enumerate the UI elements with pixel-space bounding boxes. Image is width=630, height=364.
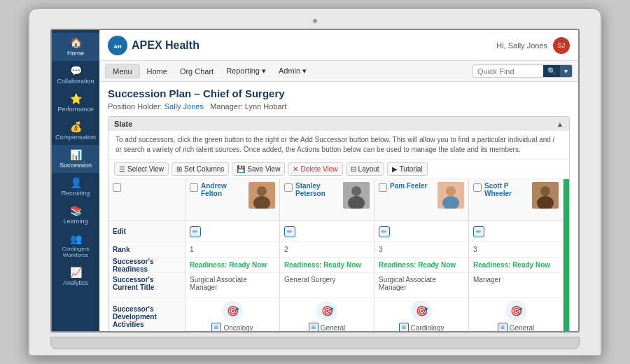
card-rank-2: 3 — [374, 242, 468, 258]
tutorial-btn[interactable]: ▶ Tutorial — [387, 162, 428, 176]
card-checkbox-2[interactable] — [379, 183, 387, 192]
slate-collapse-arrow[interactable]: ▲ — [556, 120, 564, 128]
card-checkbox-1[interactable] — [284, 183, 293, 192]
sidebar: 🏠 Home 💬 Collaboration ⭐ Performance 💰 C… — [52, 30, 99, 331]
sidebar-item-contingent[interactable]: 👥 Contingent Workforce — [52, 229, 99, 262]
select-view-label: Select View — [127, 165, 164, 173]
row-label-header — [108, 179, 185, 221]
delete-view-btn[interactable]: ✕ Delete View — [288, 162, 342, 176]
delete-view-label: Delete View — [300, 165, 337, 173]
delete-view-icon: ✕ — [293, 165, 298, 173]
analytics-icon: 📈 — [70, 267, 82, 278]
save-view-btn[interactable]: 💾 Save View — [232, 162, 285, 176]
slate-instructions: To add successors, click the green butto… — [108, 131, 569, 160]
row-labels-column: Edit Rank Successor's Readiness Successo… — [108, 179, 186, 331]
select-all-checkbox[interactable] — [113, 183, 121, 192]
search-button[interactable]: 🔍 — [543, 65, 560, 77]
card-title-0: Surgical Associate Manager — [186, 273, 279, 298]
card-edit-2: ✏ — [374, 221, 468, 242]
card-readiness-2: Readiness: Ready Now — [374, 258, 468, 273]
card-name-1: Stanley Peterson — [295, 182, 340, 197]
edit-icon-1[interactable]: ✏ — [284, 226, 295, 237]
svg-point-6 — [351, 186, 361, 196]
sidebar-item-succession[interactable]: 📊 Succession — [52, 145, 99, 173]
dev-icon-1: 🎯 — [316, 301, 337, 321]
card-header-0: Andrew Felton — [186, 179, 279, 221]
sidebar-item-label: Learning — [63, 218, 88, 225]
search-input[interactable] — [473, 66, 543, 77]
home-icon: 🏠 — [70, 37, 82, 48]
set-columns-icon: ⊞ — [176, 165, 182, 173]
avatar-1 — [343, 182, 370, 209]
card-title-2: Surgical Associate Manager — [374, 273, 468, 298]
select-view-icon: ☰ — [119, 165, 125, 173]
menu-button[interactable]: Menu — [105, 64, 140, 78]
set-columns-btn[interactable]: ⊞ Set Columns — [172, 162, 229, 176]
card-dev-0: 🎯 ⊞ Oncology — [186, 298, 279, 331]
nav-home[interactable]: Home — [141, 65, 173, 78]
dev-org-2: ⊞ Cardiology — [399, 323, 444, 331]
manager-name: Lynn Hobart — [245, 102, 287, 111]
edit-icon-0[interactable]: ✏ — [190, 226, 201, 237]
card-readiness-0: Readiness: Ready Now — [186, 258, 279, 273]
edit-icon-2[interactable]: ✏ — [379, 226, 390, 237]
edit-icon-3[interactable]: ✏ — [473, 226, 484, 237]
brand-logo: AH — [108, 36, 127, 55]
nav-bar: Menu Home Org Chart Reporting ▾ Admin ▾ … — [99, 61, 578, 82]
card-header-3: Scott P Wheeler — [469, 179, 563, 221]
sidebar-item-label: Contingent Workforce — [55, 246, 97, 258]
sidebar-item-home[interactable]: 🏠 Home — [52, 33, 99, 61]
sidebar-item-learning[interactable]: 📚 Learning — [52, 201, 99, 229]
nav-reporting[interactable]: Reporting ▾ — [220, 64, 272, 78]
position-holder-name[interactable]: Sally Jones — [164, 102, 204, 111]
sidebar-item-performance[interactable]: ⭐ Performance — [52, 89, 99, 117]
card-title-3: Manager — [469, 273, 563, 298]
card-edit-1: ✏ — [280, 221, 374, 242]
laptop-base — [50, 337, 580, 349]
successor-table: Edit Rank Successor's Readiness Successo… — [108, 179, 569, 331]
org-box-0: ⊞ — [211, 323, 221, 331]
dev-org-3: ⊞ General — [498, 323, 535, 331]
card-name-2: Pam Feeler — [390, 182, 435, 190]
layout-btn[interactable]: ⊟ Layout — [346, 162, 384, 176]
search-box: 🔍 ▾ — [472, 64, 573, 78]
set-columns-label: Set Columns — [184, 165, 224, 173]
layout-label: Layout — [358, 165, 379, 173]
card-rank-3: 3 — [469, 242, 563, 258]
header-right: Hi, Sally Jones SJ — [496, 37, 570, 54]
sidebar-item-label: Succession — [59, 162, 92, 169]
org-box-3: ⊞ — [498, 323, 507, 331]
sidebar-item-analytics[interactable]: 📈 Analytics — [52, 262, 99, 290]
collaboration-icon: 💬 — [70, 65, 82, 76]
laptop-shell: 🏠 Home 💬 Collaboration ⭐ Performance 💰 C… — [28, 8, 602, 356]
app-container: 🏠 Home 💬 Collaboration ⭐ Performance 💰 C… — [52, 30, 578, 331]
slate-header: Slate ▲ — [108, 117, 569, 131]
main-content: AH APEX Health Hi, Sally Jones SJ Menu H… — [99, 30, 578, 331]
card-checkbox-3[interactable] — [473, 183, 482, 192]
successor-cards: Andrew Felton — [186, 179, 564, 331]
search-dropdown-button[interactable]: ▾ — [560, 65, 572, 77]
top-header: AH APEX Health Hi, Sally Jones SJ — [99, 30, 578, 61]
user-avatar: SJ — [553, 37, 570, 54]
successor-card-2: Pam Feeler — [374, 179, 469, 331]
slate-toolbar: ☰ Select View ⊞ Set Columns 💾 Save View — [108, 160, 569, 179]
nav-org-chart[interactable]: Org Chart — [174, 65, 219, 78]
sidebar-item-collaboration[interactable]: 💬 Collaboration — [52, 61, 99, 89]
sidebar-item-compensation[interactable]: 💰 Compensation — [52, 117, 99, 145]
add-successors-button[interactable]: Add Successors — [564, 179, 569, 331]
laptop-screen: 🏠 Home 💬 Collaboration ⭐ Performance 💰 C… — [50, 29, 580, 332]
card-name-0: Andrew Felton — [201, 182, 246, 197]
card-info-0: Andrew Felton — [201, 182, 246, 197]
tutorial-label: Tutorial — [400, 165, 423, 173]
nav-admin[interactable]: Admin ▾ — [273, 64, 312, 78]
card-info-2: Pam Feeler — [390, 182, 435, 190]
svg-point-9 — [446, 186, 456, 196]
position-holder-label: Position Holder: — [108, 102, 162, 111]
card-rank-0: 1 — [186, 242, 279, 258]
card-checkbox-0[interactable] — [190, 183, 198, 192]
select-view-btn[interactable]: ☰ Select View — [114, 162, 169, 176]
card-edit-3: ✏ — [469, 221, 563, 242]
sidebar-item-recruiting[interactable]: 👤 Recruiting — [52, 173, 99, 201]
layout-icon: ⊟ — [351, 165, 356, 173]
card-dev-1: 🎯 ⊞ General — [280, 298, 374, 331]
